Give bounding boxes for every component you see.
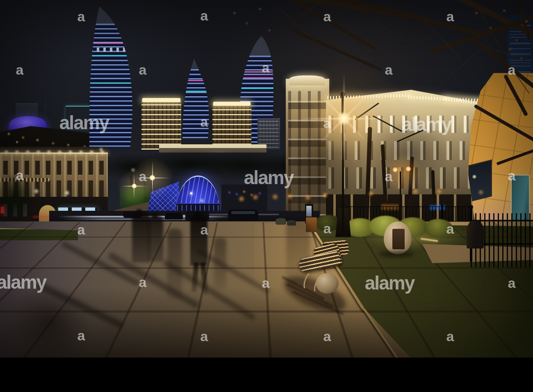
dark-litter-bin bbox=[467, 221, 484, 248]
twin-lamp-pole bbox=[400, 171, 401, 214]
pedestrian-head bbox=[194, 212, 201, 218]
bench-stone-ball bbox=[316, 273, 339, 294]
suv-silhouette bbox=[228, 210, 258, 221]
twin-lamp-core-2 bbox=[406, 166, 411, 171]
pedestrian-head bbox=[136, 209, 143, 216]
twin-lamp-core-1 bbox=[393, 167, 398, 172]
led-accent-cyan2 bbox=[89, 82, 135, 84]
hedge-bush bbox=[424, 219, 453, 237]
arch-inner-lights bbox=[190, 192, 192, 194]
car-silhouette-1 bbox=[165, 213, 183, 219]
alamy-footer-bar: alamy Image ID: ECW437 www.alamy.com bbox=[0, 358, 533, 392]
window-lamp-reflection bbox=[472, 175, 476, 179]
lamp-core bbox=[337, 112, 351, 125]
residential-tower-right bbox=[212, 103, 251, 150]
egg-bin-shadow bbox=[379, 251, 414, 258]
pedestrian-walking bbox=[190, 216, 207, 266]
egg-trash-bin bbox=[384, 221, 412, 254]
pedestrian-head bbox=[152, 212, 158, 219]
twin-lamp-halo bbox=[380, 156, 426, 191]
alamy-stock-photo-frame: aaaaaaaaaalamyaaalamyaaalamyaaaaaaalamya… bbox=[0, 0, 533, 392]
pavilion-lamp-core-2 bbox=[132, 184, 137, 188]
bottom-left-dark-smudge bbox=[8, 283, 90, 358]
dark-bush-left bbox=[0, 174, 33, 221]
lit-crown bbox=[213, 102, 251, 106]
window-grid bbox=[212, 107, 251, 150]
stone-planter bbox=[276, 218, 286, 225]
suv-window-band bbox=[231, 211, 255, 214]
fence-post-knob bbox=[469, 205, 473, 209]
tilted-window-band bbox=[468, 160, 492, 202]
branch-buds bbox=[0, 0, 2, 2]
photo-baku-night-scene: aaaaaaaaaalamyaaalamyaaalamyaaaaaaalamya… bbox=[0, 0, 533, 358]
kiosk-lit-panel bbox=[306, 206, 312, 217]
pedestrian-group-blur bbox=[132, 212, 150, 262]
pedestrian-blur-2 bbox=[148, 216, 163, 262]
window-grid bbox=[141, 103, 181, 150]
upper-window-row bbox=[3, 161, 105, 175]
bin-door bbox=[392, 229, 405, 249]
pedestrian-ghost-3 bbox=[286, 221, 310, 287]
roof-strip bbox=[0, 147, 108, 153]
lit-crown bbox=[142, 98, 180, 102]
residential-tower-left bbox=[141, 100, 181, 150]
led-accent-cyan bbox=[237, 88, 275, 89]
cyan-lit-building bbox=[66, 106, 89, 129]
uplight-dots bbox=[0, 147, 1, 148]
